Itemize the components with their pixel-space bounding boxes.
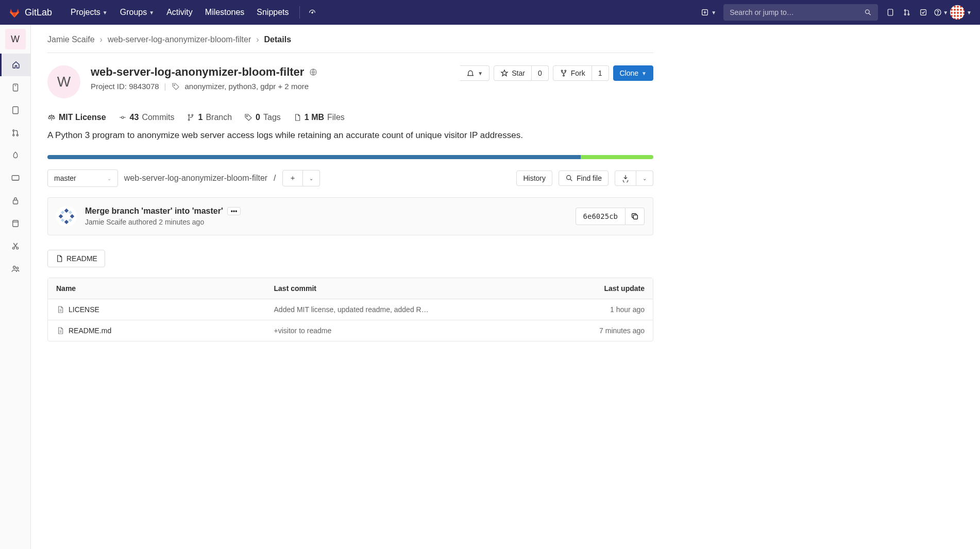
- nav-divider: [299, 6, 300, 19]
- stat-commits[interactable]: 43Commits: [119, 113, 175, 122]
- svg-point-30: [189, 119, 190, 121]
- tag-icon: [172, 82, 180, 91]
- project-header: W web-server-log-anonymizer-bloom-filter…: [47, 65, 653, 98]
- nav-activity[interactable]: Activity: [160, 0, 199, 25]
- svg-rect-16: [13, 200, 18, 204]
- stat-tags[interactable]: 0Tags: [244, 113, 281, 122]
- table-header: Name Last commit Last update: [48, 278, 653, 299]
- svg-point-29: [192, 114, 193, 116]
- left-sidebar: W: [0, 25, 31, 352]
- svg-rect-3: [888, 9, 893, 15]
- project-actions: ▼ Star 0 Fork 1 Clone▼: [460, 65, 653, 81]
- svg-point-2: [866, 10, 870, 14]
- search-input[interactable]: [730, 8, 864, 16]
- sidebar-item-home[interactable]: [0, 54, 30, 76]
- clone-button[interactable]: Clone▼: [613, 65, 654, 81]
- file-commit-msg[interactable]: Added MIT license, updated readme, added…: [274, 305, 562, 314]
- svg-point-6: [908, 14, 909, 15]
- sidebar-project-avatar[interactable]: W: [5, 29, 26, 49]
- project-avatar: W: [47, 65, 80, 98]
- svg-rect-40: [69, 218, 72, 222]
- download-button[interactable]: [615, 170, 636, 186]
- stat-license[interactable]: MIT License: [47, 113, 106, 122]
- svg-point-9: [938, 14, 938, 14]
- file-name[interactable]: LICENSE: [69, 305, 99, 314]
- sidebar-item-merge-requests[interactable]: [0, 122, 30, 144]
- readme-button[interactable]: README: [47, 250, 105, 267]
- dashboard-icon[interactable]: [304, 4, 320, 21]
- todos-icon[interactable]: [915, 4, 932, 21]
- issues-icon[interactable]: [882, 4, 899, 21]
- svg-point-32: [567, 176, 571, 180]
- sidebar-item-wiki[interactable]: [0, 212, 30, 235]
- svg-rect-15: [12, 176, 19, 180]
- copy-sha-button[interactable]: [626, 208, 645, 225]
- stat-files[interactable]: 1 MBFiles: [293, 113, 345, 122]
- breadcrumb-owner[interactable]: Jamie Scaife: [47, 35, 95, 44]
- new-menu[interactable]: ▼: [698, 4, 719, 21]
- nav-snippets[interactable]: Snippets: [250, 0, 295, 25]
- svg-rect-34: [59, 214, 63, 218]
- nav-milestones[interactable]: Milestones: [199, 0, 250, 25]
- svg-point-28: [189, 114, 190, 116]
- language-bar[interactable]: [47, 155, 653, 159]
- nav-projects[interactable]: Projects▼: [64, 0, 114, 25]
- svg-point-24: [561, 70, 563, 72]
- file-update-time: 1 hour ago: [562, 305, 645, 314]
- find-file-button[interactable]: Find file: [559, 170, 609, 186]
- notification-button[interactable]: ▼: [460, 65, 489, 81]
- branch-selector[interactable]: master ⌄: [47, 169, 118, 187]
- sidebar-item-packages[interactable]: [0, 190, 30, 212]
- commit-title[interactable]: Merge branch 'master' into 'master': [85, 207, 223, 216]
- add-file-menu[interactable]: ⌄: [303, 170, 320, 186]
- sidebar-item-operations[interactable]: [0, 167, 30, 190]
- brand-logo[interactable]: GitLab: [8, 6, 52, 19]
- repo-path[interactable]: web-server-log-anonymizer-bloom-filter: [124, 174, 267, 183]
- header-name: Name: [56, 284, 274, 293]
- commit-author[interactable]: Jamie Scaife: [85, 218, 126, 226]
- last-commit-box: Merge branch 'master' into 'master' ••• …: [47, 197, 653, 235]
- project-stats: MIT License 43Commits 1Branch 0Tags 1 MB…: [47, 113, 653, 122]
- commit-time: 2 minutes ago: [159, 218, 204, 226]
- star-button[interactable]: Star: [494, 65, 532, 81]
- svg-point-5: [905, 14, 906, 15]
- svg-rect-41: [633, 215, 637, 219]
- svg-rect-7: [921, 10, 926, 15]
- file-commit-msg[interactable]: +visitor to readme: [274, 327, 562, 335]
- search-box[interactable]: [723, 4, 878, 21]
- file-name[interactable]: README.md: [69, 327, 111, 335]
- breadcrumb: Jamie Scaife › web-server-log-anonymizer…: [47, 35, 653, 53]
- public-icon: [309, 68, 317, 76]
- breadcrumb-project[interactable]: web-server-log-anonymizer-bloom-filter: [108, 35, 251, 44]
- sidebar-item-snippets[interactable]: [0, 235, 30, 258]
- nav-groups[interactable]: Groups▼: [114, 0, 160, 25]
- table-row[interactable]: LICENSE Added MIT license, updated readm…: [48, 299, 653, 320]
- download-menu[interactable]: ⌄: [636, 170, 653, 186]
- table-row[interactable]: README.md +visitor to readme 7 minutes a…: [48, 320, 653, 341]
- svg-rect-10: [13, 84, 18, 91]
- search-icon: [864, 8, 872, 16]
- help-icon[interactable]: ▼: [932, 4, 950, 21]
- stat-branches[interactable]: 1Branch: [187, 113, 232, 122]
- sidebar-item-cicd[interactable]: [0, 144, 30, 167]
- header-update: Last update: [562, 284, 645, 293]
- sidebar-item-members[interactable]: [0, 258, 30, 280]
- user-menu[interactable]: ▼: [950, 4, 972, 21]
- fork-button[interactable]: Fork: [553, 65, 592, 81]
- merge-requests-icon[interactable]: [899, 4, 915, 21]
- breadcrumb-sep: ›: [100, 35, 103, 44]
- add-file-button[interactable]: ＋: [282, 170, 303, 186]
- top-nav: GitLab Projects▼ Groups▼ Activity Milest…: [0, 0, 980, 25]
- sidebar-item-repository[interactable]: [0, 76, 30, 99]
- commit-expand-button[interactable]: •••: [227, 207, 241, 215]
- commit-author-avatar[interactable]: [56, 206, 77, 227]
- main-content: Jamie Scaife › web-server-log-anonymizer…: [31, 25, 670, 352]
- svg-rect-37: [61, 211, 64, 214]
- brand-text: GitLab: [25, 7, 52, 18]
- sidebar-item-issues[interactable]: [0, 99, 30, 122]
- file-update-time: 7 minutes ago: [562, 327, 645, 335]
- star-count: 0: [532, 65, 549, 81]
- header-commit: Last commit: [274, 284, 562, 293]
- project-tags[interactable]: anonymizer, python3, gdpr + 2 more: [185, 82, 309, 91]
- history-button[interactable]: History: [516, 170, 552, 186]
